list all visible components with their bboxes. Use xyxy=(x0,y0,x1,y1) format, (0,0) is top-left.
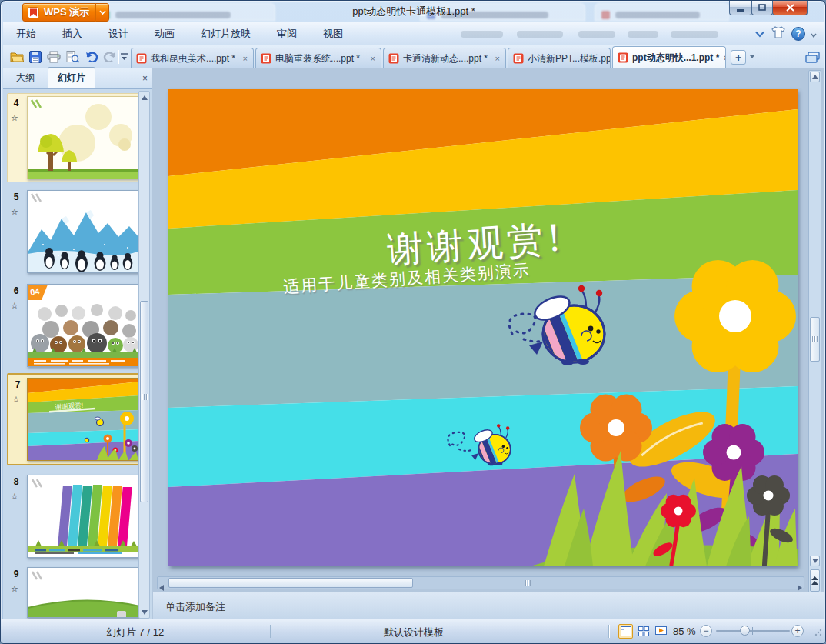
zoom-out-button[interactable]: − xyxy=(700,625,712,637)
panel-close-icon[interactable]: × xyxy=(142,73,148,84)
slideshow-view-button[interactable] xyxy=(654,624,668,639)
notes-placeholder[interactable]: 单击添加备注 xyxy=(165,600,225,614)
menu-insert[interactable]: 插入 xyxy=(49,23,95,45)
animation-star-icon[interactable]: ☆ xyxy=(8,207,22,217)
zoom-slider-thumb[interactable] xyxy=(740,626,750,636)
print-icon[interactable] xyxy=(46,49,62,65)
tab-slides[interactable]: 幻灯片 xyxy=(48,67,95,88)
help-icon[interactable]: ? xyxy=(791,27,805,41)
slide-thumbnail-8[interactable] xyxy=(27,475,141,558)
disabled-menu-ghost xyxy=(461,31,503,38)
doc-tab-label: 我和昆虫美术....ppt * xyxy=(151,52,238,65)
slide-number: 5 xyxy=(9,192,23,202)
animation-star-icon[interactable]: ☆ xyxy=(8,301,22,311)
ppt-file-icon xyxy=(136,53,147,64)
scrollbar-thumb[interactable] xyxy=(168,578,413,588)
minimize-button[interactable] xyxy=(729,1,752,15)
menu-bar: 开始 插入 设计 动画 幻灯片放映 审阅 视图 ? xyxy=(3,22,824,45)
slide-canvas[interactable]: 谢谢观赏! 适用于儿童类别及相关类别演示 xyxy=(168,89,798,566)
notes-pane[interactable]: 单击添加备注 xyxy=(153,592,824,620)
ppt-file-icon xyxy=(388,53,399,64)
title-bar: WPS 演示 ppt动态明快卡通模板1.ppt * xyxy=(1,1,826,22)
previous-slide-button[interactable] xyxy=(810,569,820,592)
horizontal-scrollbar[interactable] xyxy=(157,576,804,589)
tab-list-dropdown-icon[interactable] xyxy=(748,49,757,65)
background-browser-tab xyxy=(595,3,729,21)
scroll-up-icon[interactable] xyxy=(140,92,148,102)
scrollbar-thumb[interactable] xyxy=(140,301,148,502)
animation-star-icon[interactable]: ☆ xyxy=(8,113,22,123)
status-bar: 幻灯片 7 / 12 默认设计模板 85 % − + xyxy=(1,619,826,643)
scroll-up-icon[interactable] xyxy=(810,72,820,82)
tab-outline[interactable]: 大纲 xyxy=(6,67,45,88)
tab-close-icon[interactable]: × xyxy=(242,54,248,63)
doc-tab-4[interactable]: 小清新PPT...模板.ppt × xyxy=(508,48,611,68)
animation-star-icon[interactable]: ☆ xyxy=(8,584,22,594)
new-tab-button[interactable]: + xyxy=(731,50,746,65)
wps-logo-icon xyxy=(28,7,39,18)
print-preview-icon[interactable] xyxy=(65,49,80,65)
animation-star-icon[interactable]: ☆ xyxy=(9,395,23,405)
doc-tab-3[interactable]: 卡通清新动态....ppt * × xyxy=(383,48,506,68)
slide-thumbnail-6[interactable]: 04 xyxy=(27,284,141,367)
menu-review[interactable]: 审阅 xyxy=(264,23,310,45)
tab-close-icon[interactable]: × xyxy=(723,53,726,62)
redo-icon[interactable] xyxy=(102,49,117,65)
toolbar-divider xyxy=(118,50,118,64)
app-name-label: WPS 演示 xyxy=(39,5,95,19)
scrollbar-thumb[interactable] xyxy=(810,317,820,362)
tab-manager-icon[interactable] xyxy=(803,49,821,65)
vertical-scrollbar[interactable] xyxy=(808,70,821,618)
ribbon-collapse-chevron-icon[interactable] xyxy=(754,27,765,41)
undo-icon[interactable] xyxy=(85,49,100,65)
scroll-down-icon[interactable] xyxy=(140,607,148,617)
menu-view[interactable]: 视图 xyxy=(310,23,356,45)
slide-number: 7 xyxy=(11,379,25,390)
minus-glyph: − xyxy=(703,626,708,636)
doc-tab-5-active[interactable]: ppt动态明快...1.ppt * × xyxy=(612,46,726,68)
slide-number: 9 xyxy=(9,569,23,579)
tab-close-icon[interactable]: × xyxy=(370,54,376,63)
disabled-menu-ghost xyxy=(578,31,615,38)
slide-thumbnail-4[interactable] xyxy=(27,96,141,179)
tab-close-icon[interactable]: × xyxy=(495,54,501,63)
slide-panel-scrollbar[interactable] xyxy=(138,91,150,619)
window-controls xyxy=(730,1,808,15)
more-dropdown-icon[interactable] xyxy=(811,27,817,41)
menu-animation[interactable]: 动画 xyxy=(142,23,188,45)
slide-number: 8 xyxy=(9,476,23,487)
scroll-down-icon[interactable] xyxy=(810,556,820,566)
skin-tshirt-icon[interactable] xyxy=(771,25,786,42)
disabled-menu-ghost xyxy=(671,31,718,38)
maximize-button[interactable] xyxy=(751,1,773,15)
slide-sorter-view-button[interactable] xyxy=(636,624,651,639)
slide-number: 4 xyxy=(9,98,23,108)
main-area: 大纲 幻灯片 × 4 ☆ 5 xyxy=(3,68,824,620)
window-title: ppt动态明快卡通模板1.ppt * xyxy=(231,5,596,18)
ppt-file-icon xyxy=(513,53,524,64)
doc-tab-1[interactable]: 我和昆虫美术....ppt * × xyxy=(131,48,254,68)
app-menu-dropdown[interactable] xyxy=(95,3,108,22)
save-icon[interactable] xyxy=(28,49,43,65)
close-button[interactable] xyxy=(772,1,808,15)
menu-design[interactable]: 设计 xyxy=(95,23,142,45)
doc-tab-2[interactable]: 电脑重装系统....ppt * × xyxy=(255,48,381,68)
menu-slideshow[interactable]: 幻灯片放映 xyxy=(188,23,264,45)
normal-view-button[interactable] xyxy=(618,624,633,639)
wps-presentation-window: WPS 演示 ppt动态明快卡通模板1.ppt * 开始 插入 设计 动画 幻灯… xyxy=(0,0,826,644)
customize-toolbar-icon[interactable] xyxy=(119,49,129,65)
open-file-icon[interactable] xyxy=(9,49,25,65)
zoom-slider-track[interactable] xyxy=(716,630,790,632)
help-question-glyph: ? xyxy=(795,28,801,39)
slide-thumbnail-5[interactable] xyxy=(27,190,141,273)
splitter-grip[interactable] xyxy=(525,580,531,586)
menu-home[interactable]: 开始 xyxy=(3,23,49,45)
plus-glyph: + xyxy=(735,52,741,64)
zoom-in-button[interactable]: + xyxy=(791,625,804,637)
slide-thumbnail-9[interactable] xyxy=(27,567,141,618)
animation-star-icon[interactable]: ☆ xyxy=(8,492,22,502)
wps-app-button[interactable]: WPS 演示 xyxy=(22,3,109,22)
resize-grip[interactable] xyxy=(814,626,822,639)
slide-thumbnail-7-selected[interactable]: 谢谢观赏! xyxy=(27,378,141,461)
disabled-menu-ghost xyxy=(628,31,658,38)
